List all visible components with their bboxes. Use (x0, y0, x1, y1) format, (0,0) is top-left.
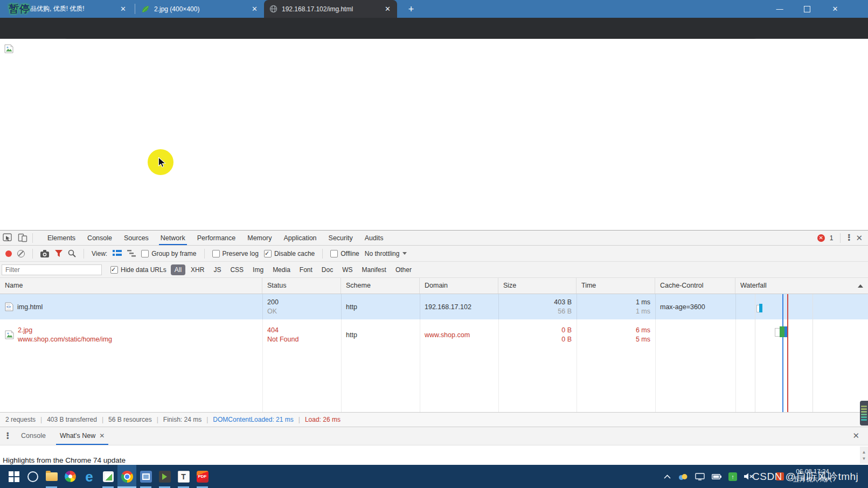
recorder-pause-overlay[interactable]: 暂停 (9, 2, 30, 16)
waterfall-download-bar[interactable] (784, 326, 787, 337)
tab-close-icon[interactable]: ✕ (99, 427, 105, 445)
type-filter-media[interactable]: Media (269, 264, 294, 275)
tab-close-icon[interactable]: ✕ (251, 5, 259, 13)
browser-tab-image[interactable]: 2.jpg (400×400) ✕ (136, 0, 264, 18)
type-filter-manifest[interactable]: Manifest (358, 264, 390, 275)
devtools-tab-network[interactable]: Network (155, 231, 191, 245)
display-icon[interactable] (695, 473, 705, 480)
group-by-frame-checkbox[interactable]: Group by frame (141, 250, 196, 257)
devtools-tab-sources[interactable]: Sources (118, 231, 155, 245)
inspect-element-icon[interactable] (0, 231, 15, 245)
taskbar-media-player-icon[interactable] (61, 465, 80, 488)
taskbar-cortana-icon[interactable] (23, 465, 42, 488)
drawer-close-icon[interactable]: ✕ (852, 431, 859, 441)
request-row-img-html[interactable]: <> img.html 200OK http 192.168.17.102 40… (0, 294, 868, 319)
taskbar-screen-recorder-icon[interactable] (155, 465, 174, 488)
column-divider[interactable] (577, 294, 577, 412)
filter-input[interactable] (2, 264, 102, 275)
start-icon (9, 471, 19, 482)
window-close-button[interactable]: ✕ (823, 0, 848, 18)
devtools-tab-elements[interactable]: Elements (41, 231, 81, 245)
type-filter-xhr[interactable]: XHR (187, 264, 208, 275)
sort-ascending-icon (858, 284, 863, 288)
column-header-scheme[interactable]: Scheme (341, 278, 420, 294)
taskbar-edit-plus-icon[interactable] (99, 465, 117, 488)
domain: 192.168.17.102 (420, 294, 498, 319)
devtools-close-icon[interactable]: ✕ (856, 233, 863, 243)
tray-expand-icon[interactable] (664, 475, 671, 479)
request-path: www.shop.com/static/home/img (18, 336, 112, 343)
column-divider[interactable] (735, 294, 736, 412)
device-toolbar-icon[interactable] (15, 231, 30, 245)
column-header-time[interactable]: Time (577, 278, 655, 294)
devtools-tab-memory[interactable]: Memory (241, 231, 277, 245)
csdn-watermark: CSDN @自听风吟tmhj (752, 470, 858, 484)
browser-tab-active[interactable]: 192.168.17.102/img.html ✕ (264, 0, 397, 18)
column-header-name[interactable]: Name (0, 278, 262, 294)
devtools-tab-console[interactable]: Console (81, 231, 118, 245)
column-divider[interactable] (341, 294, 342, 412)
waterfall-download-bar[interactable] (759, 304, 762, 312)
type-filter-img[interactable]: Img (249, 264, 267, 275)
error-badge-icon[interactable]: ✕ (817, 234, 825, 242)
column-divider[interactable] (655, 294, 656, 412)
type-filter-doc[interactable]: Doc (318, 264, 337, 275)
column-header-waterfall[interactable]: Waterfall (735, 278, 868, 294)
taskbar-start-icon[interactable] (4, 465, 23, 488)
type-filter-css[interactable]: CSS (226, 264, 247, 275)
drawer-tab-whats-new[interactable]: What's New✕ (53, 427, 112, 445)
column-divider[interactable] (420, 294, 420, 412)
taskbar-pdf-reader-icon[interactable] (193, 465, 212, 488)
taskbar-chrome-icon[interactable] (117, 465, 136, 488)
disable-cache-checkbox[interactable]: Disable cache (264, 250, 315, 257)
filter-funnel-icon[interactable] (55, 250, 63, 257)
taskbar-vmware-icon[interactable] (136, 465, 155, 488)
taskbar-typora-icon[interactable] (174, 465, 193, 488)
type-filter-all[interactable]: All (171, 264, 185, 275)
overview-icon[interactable] (127, 250, 136, 257)
devtools-tab-security[interactable]: Security (323, 231, 359, 245)
status-code: 404 (267, 326, 341, 334)
list-view-icon[interactable] (113, 250, 122, 257)
tab-close-icon[interactable]: ✕ (119, 5, 127, 13)
tab-close-icon[interactable]: ✕ (384, 5, 392, 13)
clear-icon[interactable] (17, 250, 25, 257)
type-filter-font[interactable]: Font (296, 264, 316, 275)
request-name: 2.jpg (18, 326, 112, 334)
drawer-menu-icon[interactable]: ••• (6, 433, 10, 440)
throttling-select[interactable]: No throttling (365, 250, 407, 257)
scrollbar[interactable]: ▲▼ (860, 447, 868, 464)
tab-title: 192.168.17.102/img.html (282, 5, 379, 13)
offline-checkbox[interactable]: Offline (330, 250, 359, 257)
type-filter-other[interactable]: Other (392, 264, 415, 275)
new-tab-button[interactable]: + (404, 2, 418, 16)
column-header-cache-control[interactable]: Cache-Control (655, 278, 735, 294)
type-filter-js[interactable]: JS (210, 264, 225, 275)
request-row-2-jpg[interactable]: 2.jpgwww.shop.com/static/home/img 404Not… (0, 319, 868, 350)
taskbar-file-explorer-icon[interactable] (42, 465, 61, 488)
updater-icon[interactable]: ↑ (728, 472, 737, 481)
column-header-size[interactable]: Size (498, 278, 577, 294)
devtools-tab-audits[interactable]: Audits (359, 231, 390, 245)
window-minimize-button[interactable]: — (767, 0, 792, 18)
preserve-log-checkbox[interactable]: Preserve log (212, 250, 259, 257)
devtools-tab-performance[interactable]: Performance (191, 231, 242, 245)
cloud-sync-icon[interactable] (678, 473, 688, 480)
record-icon[interactable] (5, 250, 12, 257)
drawer-tab-console[interactable]: Console (14, 427, 53, 445)
hide-data-urls-checkbox[interactable]: Hide data URLs (110, 266, 166, 274)
devtools-menu-icon[interactable]: ••• (848, 234, 851, 242)
column-divider[interactable] (262, 294, 263, 412)
devtools-tab-application[interactable]: Application (277, 231, 322, 245)
column-divider[interactable] (498, 294, 499, 412)
type-filter-ws[interactable]: WS (338, 264, 356, 275)
window-restore-button[interactable] (795, 0, 820, 18)
screenshot-camera-icon[interactable] (40, 250, 50, 257)
search-icon[interactable] (68, 249, 76, 257)
waterfall-waiting-bar[interactable] (780, 326, 784, 337)
taskbar-edge-icon[interactable] (80, 465, 99, 488)
error-count[interactable]: 1 (830, 234, 834, 242)
column-header-status[interactable]: Status (262, 278, 341, 294)
battery-icon[interactable] (712, 474, 721, 479)
column-header-domain[interactable]: Domain (420, 278, 498, 294)
